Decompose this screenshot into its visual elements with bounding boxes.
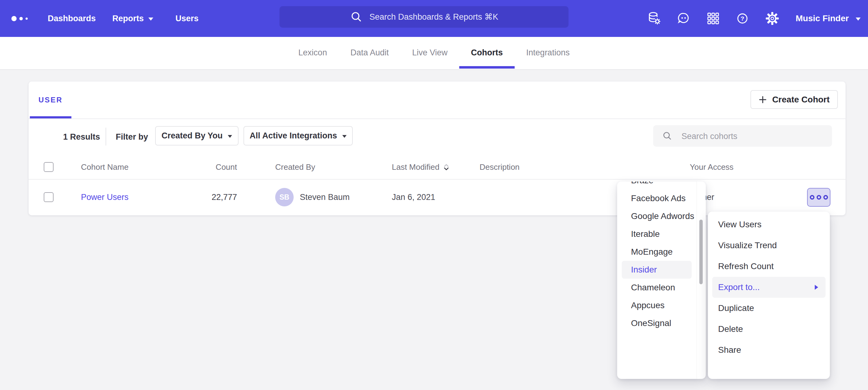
more-dots-icon [816,195,821,200]
mixpanel-logo-icon[interactable] [11,0,28,37]
scrollbar-track [696,182,697,379]
menu-item-onesignal[interactable]: OneSignal [622,314,692,332]
filter-created-by-value: Created By You [162,131,223,140]
menu-item-iterable[interactable]: Iterable [622,225,692,243]
project-name: Music Finder [796,13,849,23]
results-count: 1 Results [63,119,100,155]
col-last-modified[interactable]: Last Modified [392,155,450,179]
cohort-search [653,125,832,147]
global-search-placeholder: Search Dashboards & Reports ⌘K [369,12,498,22]
search-icon [662,130,673,141]
divider [105,128,106,145]
row-checkbox[interactable] [44,192,54,202]
chevron-down-icon [342,135,347,138]
feedback-icon[interactable] [677,11,691,26]
help-icon[interactable]: ? [735,11,749,26]
tab-cohorts[interactable]: Cohorts [459,37,515,69]
tab-data-audit[interactable]: Data Audit [339,37,400,69]
tab-label: Cohorts [471,48,503,58]
col-created-by[interactable]: Created By [275,155,315,179]
nav-reports-label: Reports [112,14,144,23]
last-modified-cell: Jan 6, 2021 [392,179,435,215]
col-cohort-name[interactable]: Cohort Name [81,155,129,179]
cohort-name-cell: Power Users [81,179,129,215]
cohorts-page: Dashboards Reports Users Search Dashboar… [0,0,868,390]
filter-created-by-dropdown[interactable]: Created By You [155,126,239,145]
chevron-right-icon [815,285,818,290]
col-your-access[interactable]: Your Access [690,155,734,179]
menu-item-chameleon[interactable]: Chameleon [622,279,692,296]
nav-users-label: Users [176,14,198,23]
nav-dashboards-label: Dashboards [48,14,96,23]
menu-item-braze[interactable]: Braze [622,182,692,190]
menu-item-visualize-trend[interactable]: Visualize Trend [708,235,830,256]
menu-item-facebook-ads[interactable]: Facebook Ads [622,190,692,207]
search-icon [350,10,363,24]
menu-item-export-to[interactable]: Export to... [712,277,826,298]
top-nav: Dashboards Reports Users Search Dashboar… [0,0,868,37]
settings-gear-icon[interactable] [765,11,779,26]
filter-integrations-value: All Active Integrations [250,131,337,140]
nav-reports[interactable]: Reports [112,0,153,37]
col-description[interactable]: Description [479,155,520,179]
tab-label: Lexicon [298,48,327,58]
menu-item-google-adwords[interactable]: Google Adwords [622,207,692,225]
tab-label: Live View [412,48,447,58]
menu-item-insider[interactable]: Insider [622,261,692,279]
tab-integrations[interactable]: Integrations [515,37,582,69]
chevron-down-icon [148,18,153,21]
row-actions-button[interactable] [807,188,831,207]
tab-user-cohorts[interactable]: USER [30,82,71,119]
menu-item-share[interactable]: Share [708,339,830,360]
menu-item-delete[interactable]: Delete [708,319,830,339]
filter-by-label: Filter by [116,119,148,155]
tab-label: Integrations [526,48,570,58]
cohort-name-link[interactable]: Power Users [81,193,129,202]
col-count[interactable]: Count [185,155,237,179]
create-cohort-button[interactable]: Create Cohort [750,90,838,109]
section-tabbar: Lexicon Data Audit Live View Cohorts Int… [0,37,868,70]
cohorts-card: USER Create Cohort 1 Results Filter by C… [29,82,845,215]
user-tab-label: USER [38,96,63,104]
export-to-label: Export to... [718,277,760,298]
menu-item-moengage[interactable]: MoEngage [622,243,692,261]
tab-live-view[interactable]: Live View [400,37,459,69]
menu-item-appcues[interactable]: Appcues [622,296,692,314]
tab-label: Data Audit [350,48,389,58]
nav-dashboards[interactable]: Dashboards [48,0,96,37]
divider [29,179,845,180]
nav-users[interactable]: Users [176,0,198,37]
divider [29,119,845,119]
svg-text:?: ? [741,15,744,22]
scrollbar-thumb[interactable] [699,220,703,284]
menu-item-view-users[interactable]: View Users [708,214,830,235]
more-dots-icon [810,195,814,200]
created-by-cell: SB Steven Baum [275,179,350,215]
global-search-input[interactable]: Search Dashboards & Reports ⌘K [279,6,568,28]
count-cell: 22,777 [185,179,237,215]
tab-lexicon[interactable]: Lexicon [286,37,339,69]
cohort-search-input[interactable] [681,125,827,147]
apps-grid-icon[interactable] [706,11,720,26]
more-dots-icon [824,195,828,200]
create-cohort-label: Create Cohort [772,95,830,105]
project-selector[interactable]: Music Finder [796,0,861,37]
export-submenu: Braze Facebook Ads Google Adwords Iterab… [617,182,706,379]
filter-integrations-dropdown[interactable]: All Active Integrations [244,126,353,145]
created-by-name: Steven Baum [300,193,350,202]
chevron-down-icon [228,135,232,138]
data-settings-icon[interactable] [647,11,661,26]
row-context-menu: View Users Visualize Trend Refresh Count… [708,212,830,379]
col-last-modified-label: Last Modified [392,162,439,172]
menu-item-refresh-count[interactable]: Refresh Count [708,256,830,277]
menu-item-duplicate[interactable]: Duplicate [708,298,830,319]
sort-desc-icon [443,164,450,171]
avatar: SB [275,188,293,206]
plus-icon [759,96,767,104]
chevron-down-icon [856,18,861,21]
select-all-checkbox[interactable] [44,162,54,172]
